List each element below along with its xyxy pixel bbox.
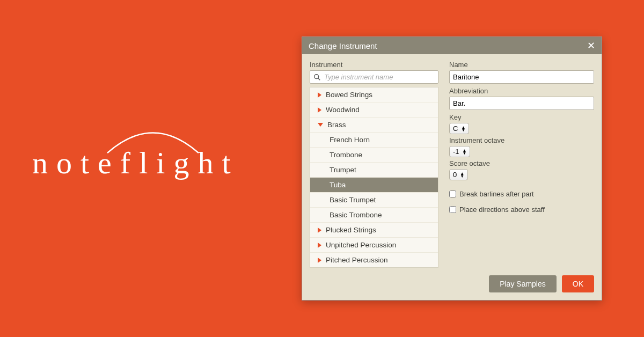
abbreviation-input[interactable] [449, 97, 594, 110]
instrument-octave-label: Instrument octave [449, 136, 594, 144]
tree-item-tuba[interactable]: Tuba [310, 178, 438, 193]
abbreviation-label: Abbreviation [449, 87, 594, 95]
instrument-search-wrap[interactable] [310, 70, 438, 84]
close-icon[interactable]: ✕ [587, 41, 595, 50]
chevron-right-icon [318, 228, 321, 233]
break-barlines-label: Break barlines after part [459, 190, 534, 198]
instrument-search-input[interactable] [324, 73, 435, 81]
change-instrument-dialog: Change Instrument ✕ Instrument Bowed Str… [302, 36, 602, 301]
logo-arc-icon [105, 121, 201, 158]
place-directions-label: Place directions above staff [459, 206, 545, 214]
select-arrows-icon: ▲▼ [460, 172, 464, 178]
score-octave-stepper[interactable]: 0 ▲▼ [449, 169, 468, 180]
svg-line-1 [318, 78, 320, 80]
tree-category-bowed-strings[interactable]: Bowed Strings [310, 87, 438, 102]
play-samples-button[interactable]: Play Samples [489, 275, 557, 292]
chevron-right-icon [318, 243, 321, 248]
chevron-right-icon [318, 92, 321, 98]
tree-item-basic-trombone[interactable]: Basic Trombone [310, 208, 438, 223]
chevron-right-icon [318, 107, 321, 113]
name-label: Name [449, 61, 594, 69]
chevron-down-icon [318, 123, 323, 127]
score-octave-label: Score octave [449, 159, 594, 167]
instrument-label: Instrument [310, 61, 438, 69]
place-directions-checkbox[interactable] [449, 206, 456, 213]
tree-category-pitched-percussion[interactable]: Pitched Percussion [310, 253, 438, 267]
ok-button[interactable]: OK [562, 275, 594, 292]
select-arrows-icon: ▲▼ [461, 126, 465, 131]
brand-logo: noteflight [32, 145, 239, 181]
search-icon [313, 74, 321, 81]
instrument-tree: Bowed Strings Woodwind Brass French Horn… [310, 87, 438, 268]
dialog-title: Change Instrument [309, 41, 377, 50]
chevron-right-icon [318, 258, 321, 263]
tree-item-trumpet[interactable]: Trumpet [310, 163, 438, 178]
break-barlines-checkbox[interactable] [449, 191, 456, 197]
tree-category-plucked-strings[interactable]: Plucked Strings [310, 223, 438, 238]
instrument-octave-stepper[interactable]: -1 ▲▼ [449, 146, 470, 157]
tree-category-woodwind[interactable]: Woodwind [310, 102, 438, 118]
key-select[interactable]: C ▲▼ [449, 123, 469, 134]
dialog-titlebar: Change Instrument ✕ [302, 37, 602, 54]
tree-category-brass[interactable]: Brass [310, 118, 438, 133]
svg-point-0 [314, 74, 319, 78]
select-arrows-icon: ▲▼ [463, 149, 467, 155]
tree-item-basic-trumpet[interactable]: Basic Trumpet [310, 193, 438, 208]
tree-item-trombone[interactable]: Trombone [310, 148, 438, 163]
tree-item-french-horn[interactable]: French Horn [310, 133, 438, 148]
name-input[interactable] [449, 70, 594, 84]
tree-category-unpitched-percussion[interactable]: Unpitched Percussion [310, 238, 438, 253]
key-label: Key [449, 113, 594, 121]
